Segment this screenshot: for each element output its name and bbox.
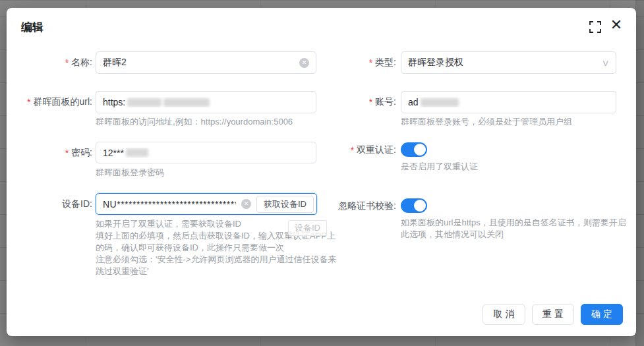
close-icon[interactable]: ✕ <box>609 18 624 32</box>
account-hint: 群晖面板登录账号，必须是处于管理员用户组 <box>401 116 625 128</box>
ignore-cert-label: 忽略证书校验: <box>297 200 396 213</box>
url-input[interactable]: https: <box>96 91 316 113</box>
required-star: * <box>369 97 372 107</box>
device-id-hint: 如果开启了双重认证，需要获取设备ID 填好上面的必填项，然后点击获取设备ID，输… <box>96 218 338 277</box>
device-id-hint-line: 填好上面的必填项，然后点击获取设备ID，输入双重认证APP上的码，确认即可获得设… <box>96 230 338 254</box>
name-input[interactable]: 群晖2 ✕ <box>96 51 316 74</box>
name-label: * 名称: <box>7 56 92 69</box>
confirm-button[interactable]: 确 定 <box>581 304 623 325</box>
toggle-knob <box>414 200 426 212</box>
cancel-button[interactable]: 取 消 <box>483 304 525 325</box>
ignore-cert-toggle[interactable] <box>401 198 427 213</box>
redacted-text <box>421 98 459 107</box>
account-label: * 账号: <box>297 96 396 109</box>
device-id-label: 设备ID: <box>7 198 92 211</box>
password-input[interactable]: 12*** <box>96 142 316 163</box>
url-hint: 群晖面板的访问地址,例如：https://yourdomain:5006 <box>96 116 320 128</box>
password-label: * 密码: <box>7 146 92 159</box>
background-scrollbar-strip <box>635 0 644 346</box>
chevron-down-icon: ∨ <box>602 58 610 68</box>
reset-button[interactable]: 重 置 <box>532 304 574 325</box>
dialog-title: 编辑 <box>21 20 44 35</box>
redacted-text <box>127 98 161 107</box>
clear-circle-icon[interactable]: ✕ <box>241 199 251 209</box>
redacted-text <box>163 98 210 107</box>
device-id-hint-line: 如果开启了双重认证，需要获取设备ID <box>96 218 338 230</box>
device-id-value: NU******************************* <box>103 199 236 210</box>
password-hint: 群晖面板登录密码 <box>96 167 293 179</box>
ignore-cert-hint: 如果面板的url是https，且使用的是自签名证书，则需要开启此选项，其他情况可… <box>401 217 628 241</box>
fullscreen-icon[interactable] <box>589 21 601 33</box>
two-factor-toggle[interactable] <box>401 142 427 157</box>
url-label: * 群晖面板的url: <box>7 96 92 109</box>
two-factor-hint: 是否启用了双重认证 <box>401 161 618 173</box>
type-label: * 类型: <box>297 56 396 69</box>
toggle-knob <box>414 144 426 156</box>
edit-dialog: 编辑 ✕ * 名称: 群晖2 ✕ * 类型: 群晖登录授权 ∨ * 群晖面板的u… <box>7 8 636 336</box>
account-input[interactable]: ad <box>401 91 616 113</box>
required-star: * <box>65 57 69 68</box>
device-id-input-group[interactable]: NU******************************* ✕ 获取设备… <box>96 193 317 215</box>
device-id-hint-line: 注意必须勾选：'安全性->允许网页浏览器的用户通过信任设备来跳过双重验证' <box>96 254 338 277</box>
required-star: * <box>351 145 354 156</box>
two-factor-label: * 双重认证: <box>297 144 396 157</box>
required-star: * <box>27 97 30 107</box>
required-star: * <box>65 148 69 158</box>
required-star: * <box>369 57 372 68</box>
redacted-text <box>126 148 148 157</box>
type-select[interactable]: 群晖登录授权 ∨ <box>401 51 616 74</box>
